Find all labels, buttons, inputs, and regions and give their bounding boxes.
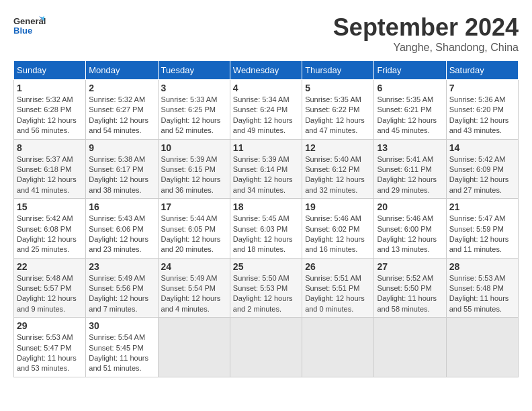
day-number: 21 <box>449 201 515 212</box>
calendar-cell: 18Sunrise: 5:45 AMSunset: 6:03 PMDayligh… <box>230 199 302 259</box>
day-info: Sunrise: 5:44 AMSunset: 6:05 PMDaylight:… <box>161 214 227 255</box>
day-number: 11 <box>233 142 299 153</box>
calendar-cell: 15Sunrise: 5:42 AMSunset: 6:08 PMDayligh… <box>14 199 86 259</box>
calendar-cell <box>302 318 374 377</box>
day-number: 27 <box>377 261 443 272</box>
day-info: Sunrise: 5:38 AMSunset: 6:17 PMDaylight:… <box>89 154 154 196</box>
day-number: 6 <box>377 83 443 93</box>
calendar-cell: 24Sunrise: 5:49 AMSunset: 5:54 PMDayligh… <box>158 258 230 318</box>
calendar-cell: 26Sunrise: 5:51 AMSunset: 5:51 PMDayligh… <box>302 258 374 318</box>
calendar-cell: 7Sunrise: 5:36 AMSunset: 6:20 PMDaylight… <box>446 80 518 140</box>
day-number: 7 <box>449 83 515 93</box>
day-info: Sunrise: 5:53 AMSunset: 5:47 PMDaylight:… <box>17 332 83 374</box>
day-info: Sunrise: 5:32 AMSunset: 6:27 PMDaylight:… <box>89 95 154 136</box>
day-number: 29 <box>17 320 83 331</box>
day-number: 9 <box>89 142 154 153</box>
calendar-table: SundayMondayTuesdayWednesdayThursdayFrid… <box>13 60 519 377</box>
day-number: 4 <box>233 83 299 93</box>
day-number: 22 <box>17 261 83 272</box>
day-info: Sunrise: 5:41 AMSunset: 6:11 PMDaylight:… <box>377 154 443 196</box>
calendar-cell <box>374 318 446 377</box>
calendar-cell: 1Sunrise: 5:32 AMSunset: 6:28 PMDaylight… <box>14 80 86 140</box>
calendar-cell: 11Sunrise: 5:39 AMSunset: 6:14 PMDayligh… <box>230 139 302 199</box>
calendar-cell: 30Sunrise: 5:54 AMSunset: 5:45 PMDayligh… <box>86 318 158 377</box>
day-info: Sunrise: 5:52 AMSunset: 5:50 PMDaylight:… <box>377 273 443 315</box>
day-number: 28 <box>449 261 515 272</box>
calendar-cell: 12Sunrise: 5:40 AMSunset: 6:12 PMDayligh… <box>302 139 374 199</box>
day-number: 23 <box>89 261 154 272</box>
day-header-saturday: Saturday <box>446 61 518 80</box>
calendar-cell: 28Sunrise: 5:53 AMSunset: 5:48 PMDayligh… <box>446 258 518 318</box>
calendar-cell <box>158 318 230 377</box>
day-header-wednesday: Wednesday <box>230 61 302 80</box>
calendar-cell <box>446 318 518 377</box>
day-number: 10 <box>161 142 227 153</box>
day-number: 16 <box>89 201 154 212</box>
calendar-cell: 8Sunrise: 5:37 AMSunset: 6:18 PMDaylight… <box>14 139 86 199</box>
day-info: Sunrise: 5:40 AMSunset: 6:12 PMDaylight:… <box>305 154 371 196</box>
day-number: 19 <box>305 201 371 212</box>
calendar-cell: 19Sunrise: 5:46 AMSunset: 6:02 PMDayligh… <box>302 199 374 259</box>
location-subtitle: Yanghe, Shandong, China <box>333 42 519 54</box>
day-info: Sunrise: 5:51 AMSunset: 5:51 PMDaylight:… <box>305 273 371 315</box>
day-info: Sunrise: 5:54 AMSunset: 5:45 PMDaylight:… <box>89 332 154 374</box>
day-info: Sunrise: 5:37 AMSunset: 6:18 PMDaylight:… <box>17 154 83 196</box>
day-header-thursday: Thursday <box>302 61 374 80</box>
calendar-cell: 4Sunrise: 5:34 AMSunset: 6:24 PMDaylight… <box>230 80 302 140</box>
day-number: 25 <box>233 261 299 272</box>
day-number: 17 <box>161 201 227 212</box>
calendar-cell: 23Sunrise: 5:49 AMSunset: 5:56 PMDayligh… <box>86 258 158 318</box>
day-info: Sunrise: 5:39 AMSunset: 6:14 PMDaylight:… <box>233 154 299 196</box>
day-number: 24 <box>161 261 227 272</box>
calendar-cell: 5Sunrise: 5:35 AMSunset: 6:22 PMDaylight… <box>302 80 374 140</box>
day-header-tuesday: Tuesday <box>158 61 230 80</box>
day-info: Sunrise: 5:43 AMSunset: 6:06 PMDaylight:… <box>89 214 154 255</box>
calendar-cell: 6Sunrise: 5:35 AMSunset: 6:21 PMDaylight… <box>374 80 446 140</box>
day-header-sunday: Sunday <box>14 61 86 80</box>
calendar-cell: 27Sunrise: 5:52 AMSunset: 5:50 PMDayligh… <box>374 258 446 318</box>
day-number: 1 <box>17 83 83 93</box>
title-block: September 2024 Yanghe, Shandong, China <box>333 13 519 54</box>
day-info: Sunrise: 5:35 AMSunset: 6:21 PMDaylight:… <box>377 95 443 136</box>
day-info: Sunrise: 5:46 AMSunset: 6:00 PMDaylight:… <box>377 214 443 255</box>
day-info: Sunrise: 5:35 AMSunset: 6:22 PMDaylight:… <box>305 95 371 136</box>
day-info: Sunrise: 5:33 AMSunset: 6:25 PMDaylight:… <box>161 95 227 136</box>
calendar-cell: 16Sunrise: 5:43 AMSunset: 6:06 PMDayligh… <box>86 199 158 259</box>
day-info: Sunrise: 5:49 AMSunset: 5:54 PMDaylight:… <box>161 273 227 315</box>
day-number: 5 <box>305 83 371 93</box>
page-header: General Blue September 2024 Yanghe, Shan… <box>13 13 519 54</box>
day-number: 30 <box>89 320 154 331</box>
day-number: 13 <box>377 142 443 153</box>
calendar-cell: 9Sunrise: 5:38 AMSunset: 6:17 PMDaylight… <box>86 139 158 199</box>
logo-svg: General Blue <box>13 13 47 44</box>
day-header-friday: Friday <box>374 61 446 80</box>
day-info: Sunrise: 5:45 AMSunset: 6:03 PMDaylight:… <box>233 214 299 255</box>
calendar-cell: 14Sunrise: 5:42 AMSunset: 6:09 PMDayligh… <box>446 139 518 199</box>
logo: General Blue <box>13 13 47 44</box>
calendar-cell: 25Sunrise: 5:50 AMSunset: 5:53 PMDayligh… <box>230 258 302 318</box>
calendar-cell: 3Sunrise: 5:33 AMSunset: 6:25 PMDaylight… <box>158 80 230 140</box>
svg-text:Blue: Blue <box>13 26 32 36</box>
calendar-cell <box>230 318 302 377</box>
day-header-monday: Monday <box>86 61 158 80</box>
day-info: Sunrise: 5:50 AMSunset: 5:53 PMDaylight:… <box>233 273 299 315</box>
calendar-cell: 22Sunrise: 5:48 AMSunset: 5:57 PMDayligh… <box>14 258 86 318</box>
calendar-cell: 2Sunrise: 5:32 AMSunset: 6:27 PMDaylight… <box>86 80 158 140</box>
calendar-cell: 21Sunrise: 5:47 AMSunset: 5:59 PMDayligh… <box>446 199 518 259</box>
calendar-cell: 13Sunrise: 5:41 AMSunset: 6:11 PMDayligh… <box>374 139 446 199</box>
calendar-cell: 29Sunrise: 5:53 AMSunset: 5:47 PMDayligh… <box>14 318 86 377</box>
day-info: Sunrise: 5:39 AMSunset: 6:15 PMDaylight:… <box>161 154 227 196</box>
day-info: Sunrise: 5:34 AMSunset: 6:24 PMDaylight:… <box>233 95 299 136</box>
day-number: 26 <box>305 261 371 272</box>
day-info: Sunrise: 5:47 AMSunset: 5:59 PMDaylight:… <box>449 214 515 255</box>
day-number: 15 <box>17 201 83 212</box>
day-info: Sunrise: 5:36 AMSunset: 6:20 PMDaylight:… <box>449 95 515 136</box>
day-number: 12 <box>305 142 371 153</box>
day-info: Sunrise: 5:32 AMSunset: 6:28 PMDaylight:… <box>17 95 83 136</box>
day-number: 3 <box>161 83 227 93</box>
day-number: 2 <box>89 83 154 93</box>
day-info: Sunrise: 5:46 AMSunset: 6:02 PMDaylight:… <box>305 214 371 255</box>
day-number: 8 <box>17 142 83 153</box>
calendar-cell: 10Sunrise: 5:39 AMSunset: 6:15 PMDayligh… <box>158 139 230 199</box>
month-title: September 2024 <box>333 13 519 42</box>
